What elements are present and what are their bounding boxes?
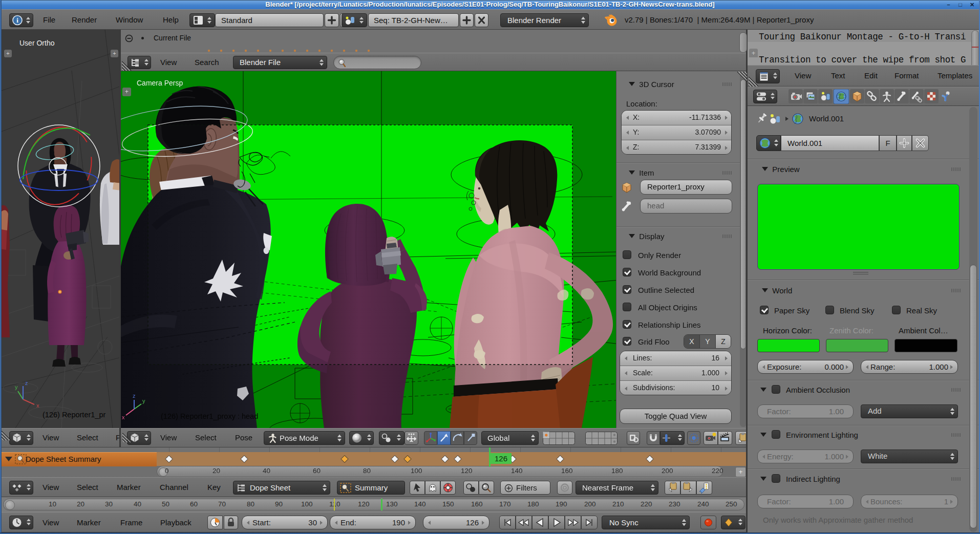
svg-text:y: y [142,398,145,404]
svg-text:y: y [15,384,18,390]
svg-text:x: x [122,414,125,420]
svg-text:Camera Persp: Camera Persp [137,79,183,87]
svg-text:+: + [6,50,9,56]
svg-text:x: x [36,402,39,409]
svg-text:(126) Reporter1_pr: (126) Reporter1_pr [42,411,105,419]
svg-text:+: + [113,50,116,56]
svg-text:+: + [125,88,129,95]
svg-text:User Ortho: User Ortho [19,39,55,47]
svg-text:i: i [16,16,18,24]
svg-text:z: z [133,393,136,399]
svg-text:(126) Reporter1_proxy : head: (126) Reporter1_proxy : head [161,412,258,420]
svg-text:z: z [25,380,28,386]
